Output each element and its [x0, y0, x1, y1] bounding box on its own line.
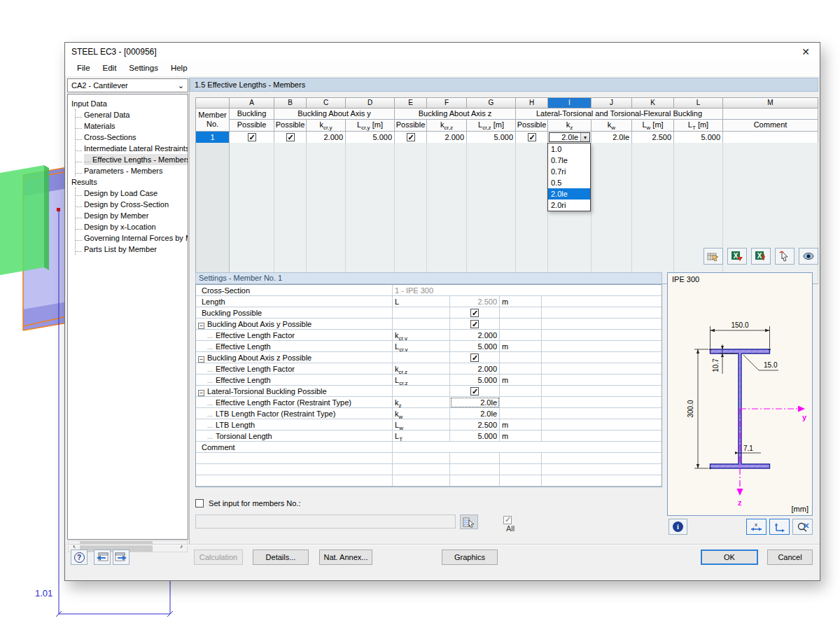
cell-kcry[interactable]: 2.000	[307, 132, 346, 144]
cell-lw[interactable]: 2.500	[632, 132, 674, 144]
column-letter-e[interactable]: E	[395, 98, 427, 108]
previous-table-button[interactable]	[94, 550, 111, 565]
lcry-input[interactable]: 5.000	[450, 341, 500, 352]
checkbox-checked-icon[interactable]	[470, 309, 479, 317]
tree-item-parts-list-by-member[interactable]: Parts List by Member	[76, 244, 188, 255]
cell-possible-z[interactable]	[395, 132, 427, 144]
cell-lcrz[interactable]: 5.000	[467, 132, 516, 144]
dropdown-option-selected[interactable]: 2.0le	[548, 188, 590, 200]
cell-kw[interactable]: 2.0le	[592, 132, 632, 144]
tree-item-effective-lengths-members[interactable]: Effective Lengths - Members	[76, 154, 188, 165]
design-case-selector[interactable]: CA2 - Cantilever ⌄	[67, 78, 188, 92]
tree-item-governing-internal-forces[interactable]: Governing Internal Forces by M	[76, 232, 188, 244]
cell-possible-y[interactable]	[274, 132, 307, 144]
pick-members-button[interactable]	[460, 514, 478, 529]
toggle-dimensions-button[interactable]: x	[746, 519, 766, 535]
column-letter-h[interactable]: H	[516, 98, 548, 108]
ok-button[interactable]: OK	[701, 550, 758, 565]
cell-buckling-possible[interactable]	[230, 132, 274, 144]
cell-possible-lt[interactable]	[516, 132, 548, 144]
tree-item-design-by-member[interactable]: Design by Member	[76, 210, 188, 221]
dropdown-option[interactable]: 2.0ri	[548, 200, 590, 211]
checkbox-checked-icon[interactable]	[407, 133, 415, 141]
export-to-excel-button[interactable]: X	[727, 248, 747, 265]
kz-input-focused[interactable]: 2.0le	[450, 397, 500, 408]
menu-file[interactable]: File	[71, 61, 97, 76]
dropdown-option[interactable]: 0.7le	[548, 155, 590, 166]
zoom-reset-button[interactable]	[792, 519, 813, 535]
dropdown-option[interactable]: 0.5	[548, 177, 590, 188]
column-letter-b[interactable]: B	[274, 98, 307, 108]
column-letter-g[interactable]: G	[467, 98, 516, 108]
comment-input[interactable]	[393, 442, 662, 453]
column-letter-d[interactable]: D	[346, 98, 395, 108]
toggle-axes-button[interactable]	[769, 519, 790, 535]
tree-item-parameters-members[interactable]: Parameters - Members	[76, 165, 188, 176]
cell-kz-combobox[interactable]: 2.0le▾	[548, 132, 592, 144]
tree-root-results[interactable]: Results	[71, 176, 188, 188]
set-input-checkbox[interactable]	[195, 499, 204, 507]
close-button[interactable]: ✕	[797, 46, 814, 58]
column-letter-a[interactable]: A	[230, 98, 274, 108]
dropdown-option[interactable]: 1.0	[548, 144, 590, 155]
view-mode-button[interactable]	[799, 248, 818, 265]
next-table-button[interactable]	[113, 550, 130, 565]
collapse-icon[interactable]	[198, 323, 204, 329]
settings-row-cross-section: Cross-Section 1 - IPE 300	[196, 285, 662, 296]
tree-item-general-data[interactable]: General Data	[76, 109, 188, 120]
nat-annex-button[interactable]: Nat. Annex...	[319, 550, 372, 565]
column-letter-l[interactable]: L	[674, 98, 723, 108]
checkbox-checked-icon[interactable]	[470, 320, 479, 328]
settings-row-kz: Effective Length Factor (Restraint Type)…	[196, 397, 662, 408]
kw-input[interactable]: 2.0le	[450, 408, 500, 419]
import-from-excel-button[interactable]: X	[751, 248, 771, 265]
checkbox-checked-icon[interactable]	[248, 133, 256, 141]
column-letter-c[interactable]: C	[307, 98, 346, 108]
collapse-icon[interactable]	[198, 356, 204, 363]
pick-row-in-graphics-button[interactable]	[704, 248, 723, 265]
help-button[interactable]: ?	[71, 550, 88, 565]
tree-item-design-by-x-location[interactable]: Design by x-Location	[76, 221, 188, 232]
column-letter-i-selected[interactable]: I	[548, 98, 592, 108]
design-case-value: CA2 - Cantilever	[71, 81, 128, 90]
combo-dropdown-icon[interactable]: ▾	[580, 133, 589, 141]
select-member-button[interactable]	[775, 248, 794, 265]
header-possible-e: Possible	[395, 120, 427, 132]
cancel-button[interactable]: Cancel	[767, 550, 813, 565]
tree-item-materials[interactable]: Materials	[76, 120, 188, 132]
menu-edit[interactable]: Edit	[97, 61, 123, 76]
tree-item-design-by-cross-section[interactable]: Design by Cross-Section	[76, 199, 188, 210]
column-letter-f[interactable]: F	[427, 98, 467, 108]
kcry-input[interactable]: 2.000	[450, 330, 500, 341]
cell-comment[interactable]	[723, 132, 818, 144]
checkbox-checked-icon[interactable]	[470, 354, 479, 362]
details-button[interactable]: Details...	[253, 550, 309, 565]
cell-lt[interactable]: 5.000	[674, 132, 723, 144]
scroll-right-icon[interactable]: ›	[176, 541, 187, 552]
graphics-button[interactable]: Graphics	[442, 550, 498, 565]
tree-item-cross-sections[interactable]: Cross-Sections	[76, 132, 188, 143]
checkbox-checked-icon[interactable]	[286, 133, 295, 141]
menu-settings[interactable]: Settings	[122, 61, 164, 76]
checkbox-checked-icon[interactable]	[470, 387, 479, 396]
column-letter-j[interactable]: J	[592, 98, 632, 108]
collapse-icon[interactable]	[198, 390, 204, 396]
kcrz-input[interactable]: 2.000	[450, 363, 500, 374]
menu-help[interactable]: Help	[164, 61, 194, 76]
lcrz-input[interactable]: 5.000	[450, 374, 500, 386]
dimension-arrows-icon	[759, 527, 762, 531]
tree-root-input-data[interactable]: Input Data	[71, 98, 188, 109]
tree-item-design-by-load-case[interactable]: Design by Load Case	[76, 188, 188, 199]
dropdown-option[interactable]: 0.7ri	[548, 166, 590, 177]
lt-input[interactable]: 5.000	[450, 430, 500, 442]
column-letter-k[interactable]: K	[632, 98, 674, 108]
section-info-button[interactable]: i	[668, 519, 687, 535]
cell-lcry[interactable]: 5.000	[346, 132, 395, 144]
lw-input[interactable]: 2.500	[450, 419, 500, 430]
tree-item-intermediate-lateral-restraints[interactable]: Intermediate Lateral Restraints	[76, 143, 188, 154]
member-row-number[interactable]: 1	[196, 132, 230, 144]
members-list-input[interactable]	[195, 514, 456, 528]
column-letter-m[interactable]: M	[723, 98, 818, 108]
checkbox-checked-icon[interactable]	[528, 133, 536, 141]
cell-kcrz[interactable]: 2.000	[427, 132, 467, 144]
